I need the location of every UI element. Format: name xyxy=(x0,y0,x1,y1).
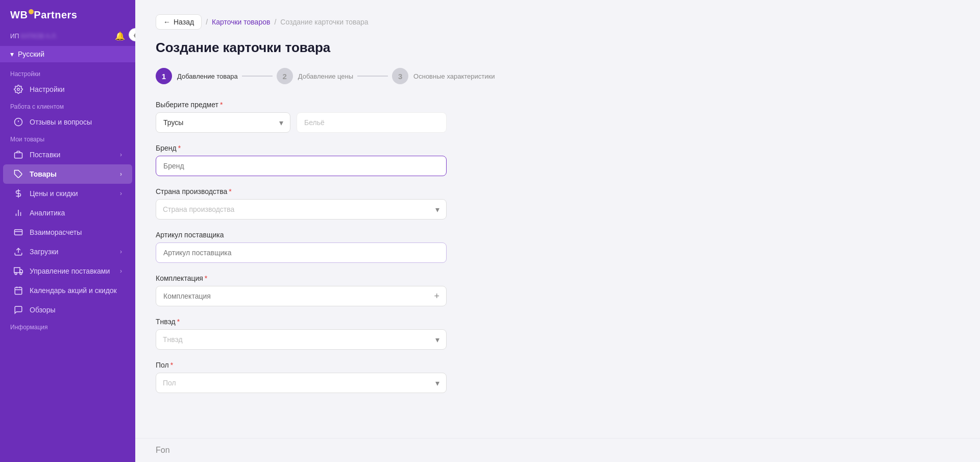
tnved-select-wrapper: ▾ Тнвэд xyxy=(156,329,447,350)
sidebar-item-supply-mgmt[interactable]: Управление поставками › xyxy=(3,261,132,281)
form-section-pol: Пол * ▾ Пол xyxy=(156,361,600,393)
back-button[interactable]: ← Назад xyxy=(156,14,202,30)
chevron-left-icon: ❮ xyxy=(133,31,136,39)
step-1: 1 Добавление товара xyxy=(156,68,238,84)
subject-category-display: Бельё xyxy=(297,112,447,133)
svg-rect-17 xyxy=(15,287,22,295)
sidebar-item-goods[interactable]: Товары › xyxy=(3,164,132,184)
pol-select-wrapper: ▾ Пол xyxy=(156,373,447,393)
chevron-right-icon-goods: › xyxy=(120,171,122,178)
required-mark-pol: * xyxy=(170,361,173,369)
step-line-1 xyxy=(242,76,273,77)
brand-input-wrapper xyxy=(156,156,447,176)
form-section-tnved: Тнвэд * ▾ Тнвэд xyxy=(156,318,600,350)
country-label: Страна производства * xyxy=(156,187,600,196)
section-label-client: Работа с клиентом xyxy=(0,99,135,112)
bottom-fon-area: Fon xyxy=(135,438,980,462)
breadcrumb: ← Назад / Карточки товаров / Создание ка… xyxy=(156,14,600,30)
breadcrumb-separator: / xyxy=(206,18,208,26)
required-mark-brand: * xyxy=(178,144,181,152)
step-3-number: 3 xyxy=(398,72,402,81)
sidebar-item-settings[interactable]: Настройки xyxy=(3,80,132,99)
breadcrumb-current: Создание карточки товара xyxy=(280,18,368,26)
reviews-icon xyxy=(13,117,23,127)
sidebar-settlements-label: Взаиморасчеты xyxy=(30,228,82,236)
required-mark-country: * xyxy=(229,187,231,196)
step-2-label: Добавление цены xyxy=(298,72,353,80)
form-section-brand: Бренд * xyxy=(156,144,600,176)
required-mark-subject: * xyxy=(220,101,223,109)
step-3: 3 Основные характеристики xyxy=(392,68,495,84)
step-3-circle: 3 xyxy=(392,68,408,84)
supply-mgmt-icon xyxy=(13,266,23,276)
section-label-info: Информация xyxy=(0,320,135,333)
chevron-right-icon-prices: › xyxy=(120,190,122,197)
svg-point-16 xyxy=(20,273,22,275)
svg-point-15 xyxy=(15,273,17,275)
analytics-icon xyxy=(13,208,23,218)
sidebar-item-promo-calendar[interactable]: Календарь акций и скидок xyxy=(3,281,132,300)
step-line-2 xyxy=(357,76,388,77)
brand-input[interactable] xyxy=(156,156,447,176)
breadcrumb-parent-link[interactable]: Карточки товаров xyxy=(212,18,270,26)
prices-icon xyxy=(13,188,23,199)
sidebar: WBPartners ❮ ИП КАТКОВ А.Л. 🔔 ▾ Русский … xyxy=(0,0,135,462)
reviews2-icon xyxy=(13,305,23,315)
sidebar-user: ИП КАТКОВ А.Л. 🔔 xyxy=(0,28,135,46)
uploads-icon xyxy=(13,247,23,257)
sidebar-uploads-label: Загрузки xyxy=(30,248,58,256)
notification-bell-icon[interactable]: 🔔 xyxy=(115,31,125,41)
step-3-label: Основные характеристики xyxy=(413,72,495,80)
subject-row: Трусы ▾ Бельё xyxy=(156,112,447,133)
form-section-article: Артикул поставщика xyxy=(156,231,600,263)
komplekt-input[interactable] xyxy=(156,286,447,306)
form-section-subject: Выберите предмет * Трусы ▾ Бельё xyxy=(156,101,600,133)
sidebar-logo: WBPartners xyxy=(0,0,135,28)
sidebar-promo-calendar-label: Календарь акций и скидок xyxy=(30,286,117,295)
chevron-down-icon: ▾ xyxy=(10,50,14,58)
country-select[interactable] xyxy=(156,199,447,220)
subject-select-wrapper: Трусы ▾ xyxy=(156,112,290,133)
sidebar-reviews-label: Отзывы и вопросы xyxy=(30,118,92,126)
pol-label: Пол * xyxy=(156,361,600,369)
tnved-select[interactable] xyxy=(156,329,447,350)
sidebar-item-prices[interactable]: Цены и скидки › xyxy=(3,184,132,203)
country-select-wrapper: ▾ Страна производства xyxy=(156,199,447,220)
steps-indicator: 1 Добавление товара 2 Добавление цены 3 … xyxy=(156,68,600,84)
section-label-settings: Настройки xyxy=(0,66,135,80)
chevron-right-icon-uploads: › xyxy=(120,248,122,255)
language-selector[interactable]: ▾ Русский xyxy=(0,46,135,62)
logo-text: WBPartners xyxy=(10,9,77,21)
fon-text: Fon xyxy=(156,446,170,455)
svg-point-0 xyxy=(17,88,20,91)
step-1-circle: 1 xyxy=(156,68,172,84)
pol-select[interactable] xyxy=(156,373,447,393)
step-1-label: Добавление товара xyxy=(177,72,238,80)
svg-rect-4 xyxy=(15,153,22,158)
required-mark-tnved: * xyxy=(177,318,180,326)
page-title: Создание карточки товара xyxy=(156,40,600,56)
sidebar-item-uploads[interactable]: Загрузки › xyxy=(3,242,132,261)
sidebar-item-reviews[interactable]: Отзывы и вопросы xyxy=(3,112,132,132)
subject-select[interactable]: Трусы xyxy=(156,112,290,133)
settings-icon xyxy=(13,84,23,94)
komplekt-wrapper: + xyxy=(156,286,447,306)
sidebar-analytics-label: Аналитика xyxy=(30,209,65,217)
brand-label: Бренд * xyxy=(156,144,600,152)
user-label: ИП КАТКОВ А.Л. xyxy=(10,33,57,40)
sidebar-item-supplies[interactable]: Поставки › xyxy=(3,145,132,164)
sidebar-item-settlements[interactable]: Взаиморасчеты xyxy=(3,223,132,242)
svg-rect-13 xyxy=(14,268,20,273)
sidebar-item-analytics[interactable]: Аналитика xyxy=(3,203,132,223)
komplekt-label: Комплектация * xyxy=(156,274,600,282)
article-input[interactable] xyxy=(156,242,447,263)
sidebar-supplies-label: Поставки xyxy=(30,151,60,159)
sidebar-item-reviews2[interactable]: Обзоры xyxy=(3,300,132,320)
sidebar-reviews2-label: Обзоры xyxy=(30,306,56,314)
required-mark-komplekt: * xyxy=(205,274,207,282)
sidebar-settings-label: Настройки xyxy=(30,85,65,93)
form-section-komplekt: Комплектация * + xyxy=(156,274,600,306)
article-label: Артикул поставщика xyxy=(156,231,600,239)
step-2-circle: 2 xyxy=(277,68,293,84)
step-2: 2 Добавление цены xyxy=(277,68,353,84)
